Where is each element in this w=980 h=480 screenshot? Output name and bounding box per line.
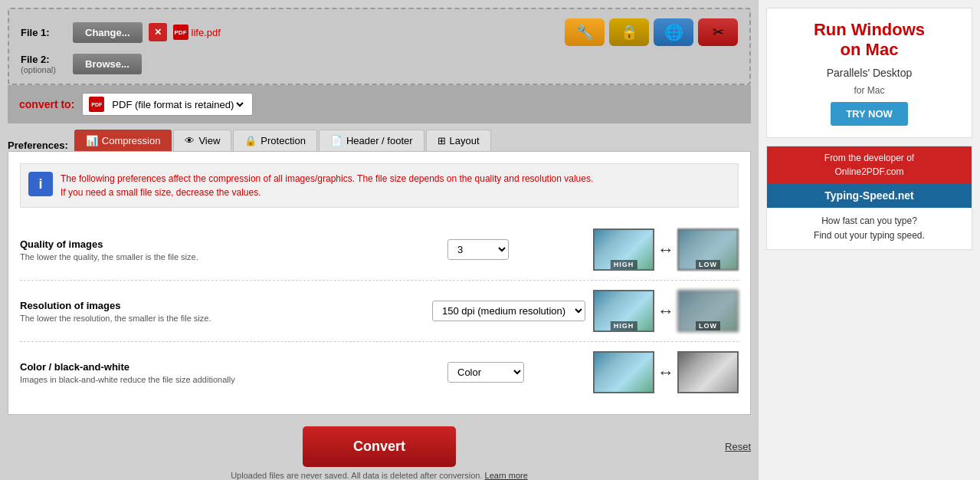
quality-desc: The lower the quality, the smaller is th… (20, 252, 440, 261)
preferences-panel: i The following preferences affect the c… (8, 151, 751, 415)
quality-select[interactable]: 1234 5678 910 (447, 239, 509, 260)
change-button[interactable]: Change... (73, 22, 143, 43)
globe-tool-button[interactable]: 🌐 (654, 18, 693, 46)
resolution-image: HIGH ↔ LOW (593, 290, 739, 332)
resolution-desc: The lower the resolution, the smaller is… (20, 314, 424, 323)
convert-to-label: convert to: (19, 98, 74, 110)
wrench-icon: 🔧 (576, 24, 593, 41)
protection-tab-label: Protection (261, 135, 306, 146)
reset-button[interactable]: Reset (725, 441, 751, 452)
try-now-button[interactable]: TRY NOW (831, 102, 908, 126)
file2-label: File 2: (21, 54, 67, 65)
format-select[interactable]: PDF (file format is retained) JPG PNG Wo… (109, 98, 246, 111)
typing-question: How fast can you type? (773, 214, 965, 228)
convert-button[interactable]: Convert (303, 426, 456, 467)
tab-protection[interactable]: 🔒 Protection (233, 130, 317, 151)
layout-tab-label: Layout (450, 135, 480, 146)
color-control: Color Black-and-white (447, 362, 585, 383)
tab-layout[interactable]: ⊞ Layout (426, 130, 491, 151)
header-footer-tab-icon: 📄 (330, 135, 343, 146)
quality-low-img: LOW (677, 228, 739, 271)
typing-speed-title[interactable]: Typing-Speed.net (767, 183, 972, 208)
compression-tab-label: Compression (102, 135, 161, 146)
compression-tab-icon: 📊 (86, 135, 98, 146)
resolution-select[interactable]: 72 dpi (low resolution) 150 dpi (medium … (432, 301, 585, 321)
resolution-control: 72 dpi (low resolution) 150 dpi (medium … (432, 301, 585, 321)
quality-high-label: HIGH (611, 260, 637, 269)
from-dev-line2: Online2PDF.com (775, 165, 964, 179)
convert-to-row: convert to: PDF PDF (file format is reta… (8, 85, 751, 123)
quality-text: Quality of images The lower the quality,… (20, 238, 440, 261)
footer-note-text: Uploaded files are never saved. All data… (231, 471, 482, 480)
color-image: ↔ (593, 351, 739, 393)
sidebar-ad-bottom: From the developer of Online2PDF.com Typ… (766, 146, 972, 250)
lock-tool-button[interactable]: 🔒 (609, 18, 649, 46)
quality-high-img: HIGH (593, 228, 654, 271)
color-arrow-icon: ↔ (657, 363, 674, 383)
tab-header-footer[interactable]: 📄 Header / footer (319, 130, 424, 151)
convert-to-select[interactable]: PDF PDF (file format is retained) JPG PN… (82, 93, 253, 116)
color-pref-item: Color / black-and-white Images in black-… (20, 342, 739, 403)
resolution-high-img: HIGH (593, 290, 654, 332)
typing-speed-desc: How fast can you type? Find out your typ… (767, 208, 972, 249)
color-select[interactable]: Color Black-and-white (447, 362, 524, 383)
info-line2: If you need a small file size, decrease … (61, 186, 593, 199)
color-color-img (593, 351, 654, 393)
view-tab-label: View (198, 135, 220, 146)
quality-pref-item: Quality of images The lower the quality,… (20, 219, 739, 281)
typing-desc-text: Find out your typing speed. (773, 228, 965, 243)
preferences-label: Preferences: (8, 140, 68, 151)
info-text: The following preferences affect the com… (61, 172, 593, 199)
file-tools: 🔧 🔒 🌐 ✂ (565, 18, 738, 46)
sidebar-ad-subtitle: Parallels' Desktop (827, 67, 913, 79)
sidebar-ad-title: Run Windowson Mac (814, 20, 925, 61)
info-icon: i (28, 172, 53, 196)
sidebar: Run Windowson Mac Parallels' Desktop for… (759, 0, 980, 480)
color-bw-img (677, 351, 739, 393)
resolution-title: Resolution of images (20, 300, 424, 311)
footer-note: Uploaded files are never saved. All data… (8, 471, 751, 480)
resolution-high-label: HIGH (611, 321, 637, 330)
file-section: File 1: Change... ✕ PDF life.pdf 🔧 🔒 🌐 (8, 8, 751, 85)
color-desc: Images in black-and-white reduce the fil… (20, 375, 440, 384)
wrench-tool-button[interactable]: 🔧 (565, 18, 605, 46)
pdf-icon: PDF (173, 25, 188, 40)
scissors-icon: ✂ (713, 24, 724, 41)
preferences-header: Preferences: 📊 Compression 👁 View 🔒 Prot… (8, 130, 751, 151)
from-dev-line1: From the developer of (775, 151, 964, 165)
color-title: Color / black-and-white (20, 361, 440, 373)
browse-button[interactable]: Browse... (73, 54, 142, 74)
delete-button[interactable]: ✕ (149, 23, 167, 41)
info-line1: The following preferences affect the com… (61, 172, 593, 186)
globe-icon: 🌐 (664, 23, 683, 41)
resolution-arrow-icon: ↔ (657, 301, 674, 321)
layout-tab-icon: ⊞ (438, 135, 446, 146)
tab-view[interactable]: 👁 View (173, 130, 231, 151)
sidebar-ad-sub2: for Mac (854, 85, 884, 96)
quality-arrow-icon: ↔ (657, 240, 674, 260)
view-tab-icon: 👁 (185, 135, 195, 146)
tabs-container: 📊 Compression 👁 View 🔒 Protection 📄 Head… (74, 130, 491, 151)
resolution-low-img: LOW (677, 290, 739, 332)
sidebar-from-dev: From the developer of Online2PDF.com (767, 146, 972, 183)
tab-compression[interactable]: 📊 Compression (74, 130, 172, 151)
pdf-file-indicator: PDF life.pdf (173, 25, 221, 40)
file1-name: life.pdf (192, 27, 221, 38)
file2-label-wrap: File 2: (optional) (21, 54, 67, 74)
resolution-pref-item: Resolution of images The lower the resol… (20, 281, 739, 342)
quality-image: HIGH ↔ LOW (593, 228, 739, 271)
lock-icon: 🔒 (621, 24, 637, 41)
resolution-low-label: LOW (696, 321, 720, 330)
quality-title: Quality of images (20, 238, 440, 250)
file1-row: File 1: Change... ✕ PDF life.pdf 🔧 🔒 🌐 (21, 18, 738, 46)
quality-low-label: LOW (696, 260, 720, 269)
protection-tab-icon: 🔒 (244, 135, 257, 146)
convert-btn-row: Convert Reset (8, 426, 751, 467)
convert-pdf-icon: PDF (89, 97, 104, 112)
learn-more-link[interactable]: Learn more (485, 471, 528, 480)
file2-row: File 2: (optional) Browse... (21, 54, 738, 74)
file2-optional: (optional) (21, 65, 67, 74)
header-footer-tab-label: Header / footer (346, 135, 413, 146)
scissors-tool-button[interactable]: ✂ (698, 18, 738, 46)
color-bw-preview (677, 351, 739, 393)
